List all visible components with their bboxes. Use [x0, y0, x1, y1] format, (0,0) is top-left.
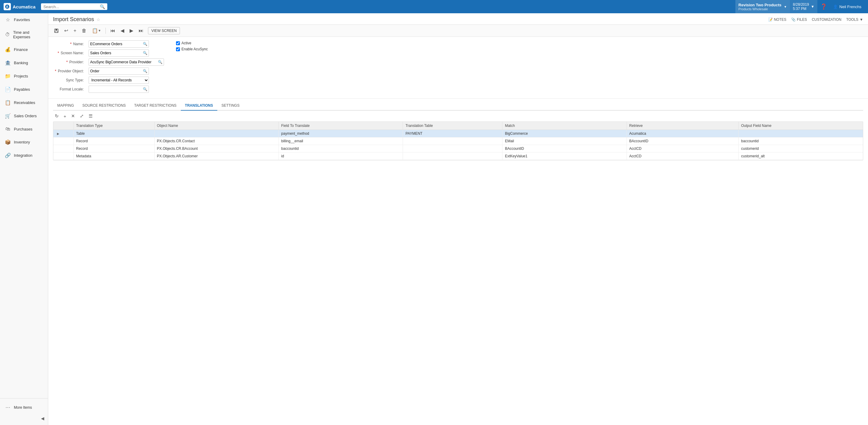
enable-acusync-checkbox-row: Enable AcuSync	[176, 47, 208, 51]
table-row[interactable]: Record PX.Objects.CR.BAccount baccountid…	[53, 145, 863, 153]
company-info: Revision Two Products Products Wholesale	[738, 3, 781, 11]
format-locale-input[interactable]	[90, 87, 143, 91]
sidebar-item-favorites[interactable]: ☆ Favorites	[0, 13, 48, 27]
sidebar-collapse-button[interactable]: ◀	[0, 414, 48, 423]
name-input[interactable]	[90, 42, 143, 46]
add-record-button[interactable]: +	[71, 27, 79, 35]
col-header-translation-type[interactable]: Translation Type	[73, 122, 154, 130]
format-locale-input-wrap[interactable]: 🔍	[89, 86, 149, 93]
view-screen-button[interactable]: VIEW SCREEN	[148, 27, 180, 34]
sync-type-select-wrap[interactable]: Incremental - All Records Full Sync Manu…	[89, 77, 149, 84]
sidebar-item-time-expenses[interactable]: ⏱ Time and Expenses	[0, 27, 48, 43]
name-search-icon[interactable]: 🔍	[143, 42, 147, 46]
customization-label: CUSTOMIZATION	[812, 18, 841, 22]
files-button[interactable]: 📎 FILES	[791, 18, 807, 22]
screen-name-search-icon[interactable]: 🔍	[143, 51, 147, 55]
cell-output-field-name: customerid_alt	[739, 153, 863, 160]
sidebar-item-inventory[interactable]: 📦 Inventory	[0, 135, 48, 149]
table-body: ▶ Table payment_method PAYMENT BigCommer…	[53, 130, 863, 160]
table-row[interactable]: Record PX.Objects.CR.Contact billing__em…	[53, 138, 863, 145]
sidebar-label-time-expenses: Time and Expenses	[13, 30, 43, 39]
first-record-button[interactable]: ⏮	[108, 27, 117, 35]
notes-button[interactable]: 📝 NOTES	[768, 18, 786, 22]
sidebar-item-finance[interactable]: 💰 Finance	[0, 43, 48, 56]
col-header-object-name[interactable]: Object Name	[154, 122, 278, 130]
add-row-button[interactable]: +	[62, 113, 68, 120]
time-display: 5:37 PM	[793, 7, 809, 11]
sidebar-item-sales-orders[interactable]: 🛒 Sales Orders	[0, 110, 48, 123]
tab-target-restrictions[interactable]: TARGET RESTRICTIONS	[130, 101, 181, 111]
form-right: Active Enable AcuSync	[176, 40, 208, 95]
save-button[interactable]	[52, 27, 61, 34]
col-header-field-to-translate[interactable]: Field To Translate	[279, 122, 403, 130]
sub-toolbar: ↻ + ✕ ⤢ ☰	[48, 111, 868, 121]
format-locale-search-icon[interactable]: 🔍	[143, 87, 147, 91]
cell-translation-type: Metadata	[73, 153, 154, 160]
provider-object-input[interactable]	[90, 69, 143, 73]
provider-object-input-wrap[interactable]: 🔍	[89, 67, 149, 75]
sidebar-item-banking[interactable]: 🏦 Banking	[0, 56, 48, 70]
sidebar-footer: ⋯ More Items ◀	[0, 398, 48, 425]
enable-acusync-checkbox[interactable]	[176, 47, 180, 51]
tab-translations[interactable]: TRANSLATIONS	[181, 101, 217, 111]
col-header-output-field-name[interactable]: Output Field Name	[739, 122, 863, 130]
sidebar-item-receivables[interactable]: 📋 Receivables	[0, 96, 48, 110]
table-row[interactable]: Metadata PX.Objects.AR.Customer id ExtKe…	[53, 153, 863, 160]
customization-button[interactable]: CUSTOMIZATION	[812, 18, 841, 22]
sidebar-label-inventory: Inventory	[14, 140, 30, 144]
provider-input[interactable]	[90, 60, 158, 64]
sidebar-item-more[interactable]: ⋯ More Items	[0, 401, 48, 414]
active-checkbox-row: Active	[176, 41, 208, 45]
sync-type-select[interactable]: Incremental - All Records Full Sync Manu…	[89, 77, 149, 84]
date-time-block[interactable]: 8/28/2019 5:37 PM ▼	[790, 0, 817, 13]
form-row-screen-name: * Screen Name: 🔍	[53, 50, 164, 57]
fit-columns-button[interactable]: ⤢	[78, 113, 86, 120]
add-row-icon: +	[64, 114, 66, 119]
sidebar-item-projects[interactable]: 📁 Projects	[0, 70, 48, 83]
cell-object-name: PX.Objects.CR.BAccount	[154, 145, 278, 153]
col-header-match[interactable]: Match	[502, 122, 627, 130]
translations-table: Translation Type Object Name Field To Tr…	[53, 122, 863, 160]
company-selector[interactable]: Revision Two Products Products Wholesale…	[735, 0, 790, 13]
table-row[interactable]: ▶ Table payment_method PAYMENT BigCommer…	[53, 130, 863, 138]
screen-name-input-wrap[interactable]: 🔍	[89, 50, 149, 57]
prev-record-button[interactable]: ◀	[119, 27, 126, 35]
banking-icon: 🏦	[5, 60, 11, 66]
provider-object-search-icon[interactable]: 🔍	[143, 69, 147, 73]
tab-settings[interactable]: SETTINGS	[217, 101, 244, 111]
delete-row-button[interactable]: ✕	[69, 113, 77, 120]
column-chooser-button[interactable]: ☰	[87, 113, 94, 120]
user-menu-button[interactable]: 👤 Neil Frenchs	[830, 0, 864, 13]
search-box[interactable]: 🔍	[41, 3, 107, 10]
tools-button[interactable]: TOOLS ▼	[846, 18, 863, 22]
row-expand-button[interactable]: ▶	[56, 132, 61, 135]
favorite-star-icon[interactable]: ☆	[96, 17, 100, 22]
col-header-translation-table[interactable]: Translation Table	[403, 122, 502, 130]
undo-button[interactable]: ↩	[62, 27, 70, 35]
help-button[interactable]: ❓	[817, 0, 830, 13]
search-input[interactable]	[43, 4, 98, 9]
tab-mapping[interactable]: MAPPING	[53, 101, 78, 111]
name-input-wrap[interactable]: 🔍	[89, 40, 149, 48]
active-checkbox[interactable]	[176, 41, 180, 45]
copy-button[interactable]: 📋 ▼	[90, 27, 103, 35]
sidebar-item-purchases[interactable]: 🛍 Purchases	[0, 123, 48, 135]
next-record-button[interactable]: ▶	[127, 27, 135, 35]
app-logo[interactable]: A Acumatica	[4, 3, 36, 10]
col-header-retrieve[interactable]: Retrieve	[627, 122, 738, 130]
cell-match: BAccountID	[502, 145, 627, 153]
sidebar-label-purchases: Purchases	[14, 127, 32, 131]
files-icon: 📎	[791, 18, 796, 22]
sidebar-item-integration[interactable]: 🔗 Integration	[0, 149, 48, 162]
sidebar-label-receivables: Receivables	[14, 100, 35, 105]
delete-button[interactable]: 🗑	[80, 27, 89, 35]
sidebar-item-payables[interactable]: 📄 Payables	[0, 83, 48, 96]
view-screen-label: VIEW SCREEN	[151, 29, 177, 33]
provider-search-icon[interactable]: 🔍	[158, 60, 162, 64]
cell-retrieve: Acumatica	[627, 130, 738, 138]
refresh-button[interactable]: ↻	[53, 113, 61, 120]
tab-source-restrictions[interactable]: SOURCE RESTRICTIONS	[78, 101, 130, 111]
provider-input-wrap[interactable]: 🔍	[89, 58, 164, 66]
last-record-button[interactable]: ⏭	[136, 27, 146, 35]
screen-name-input[interactable]	[90, 51, 143, 55]
